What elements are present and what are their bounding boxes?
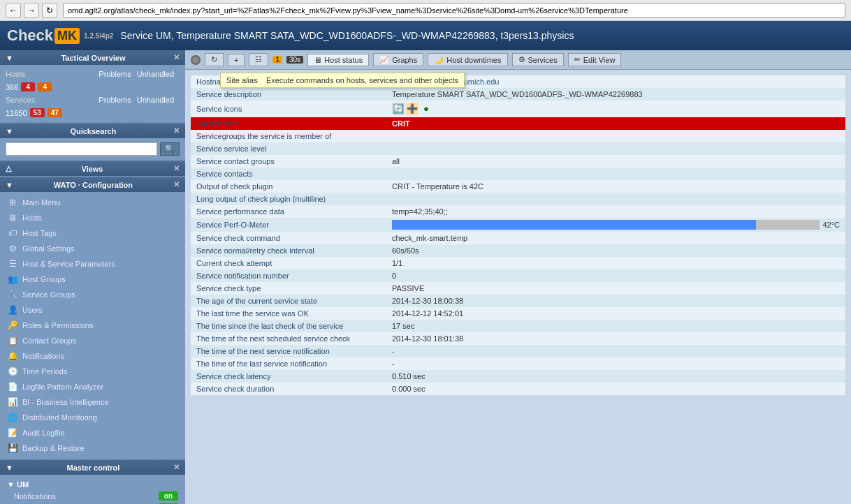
sidebar-item-service-groups[interactable]: 🔧Service Groups: [0, 287, 185, 302]
time-periods-icon: 🕒: [7, 366, 18, 377]
hosts-problems-badge[interactable]: 4: [21, 82, 35, 91]
service-icon-2[interactable]: ➕: [406, 103, 419, 115]
views-close[interactable]: ✕: [173, 164, 180, 173]
wato-collapse-icon: ▼: [6, 181, 13, 189]
audit-logfile-label: Audit Logfile: [22, 429, 65, 437]
refresh-options-button[interactable]: ↻: [205, 53, 224, 66]
sidebar-item-notifications[interactable]: 🔔Notifications: [0, 348, 185, 364]
row-value: CRIT - Temperature is 42C: [386, 180, 845, 193]
sidebar-item-roles-permissions[interactable]: 🔑Roles & Permissions: [0, 318, 185, 333]
table-row: Service descriptionTemperature SMART SAT…: [191, 88, 845, 101]
wato-close[interactable]: ✕: [173, 180, 180, 189]
tactical-services-unhandled-label: Unhandled: [137, 96, 174, 104]
sidebar-item-audit-logfile[interactable]: 📝Audit Logfile: [0, 425, 185, 440]
sidebar-item-time-periods[interactable]: 🕒Time Periods: [0, 364, 185, 379]
row-value: 2014-12-30 18:01:38: [386, 332, 845, 345]
counter-badge: 1: [272, 56, 282, 64]
tactical-hosts-counts: 366 4 4: [0, 80, 185, 94]
wato-panel: ▼ WATO · Configuration ✕ ⊞Main Menu🖥Host…: [0, 177, 185, 459]
mc-toggle-notifications[interactable]: on: [159, 491, 178, 501]
host-downtimes-button[interactable]: 🌙 Host downtimes: [428, 53, 507, 66]
host-groups-label: Host Groups: [22, 275, 66, 283]
mc-group-um: ▼ UM: [0, 477, 185, 490]
row-value: 1/1: [386, 257, 845, 269]
wato-body: ⊞Main Menu🖥Hosts🏷Host Tags⚙Global Settin…: [0, 192, 185, 459]
add-button[interactable]: +: [228, 54, 245, 66]
tactical-services-row: Services Problems Unhandled: [0, 94, 185, 106]
row-value: temp=42;35;40;;: [386, 205, 845, 218]
sidebar-item-host-tags[interactable]: 🏷Host Tags: [0, 225, 185, 241]
logo-mk-text: MK: [54, 28, 80, 44]
services-count: 11650: [6, 109, 27, 117]
search-input[interactable]: [6, 142, 157, 156]
master-control-header[interactable]: ▼ Master control ✕: [0, 460, 185, 475]
sidebar-item-host-service-params[interactable]: ☰Host & Service Parameters: [0, 256, 185, 272]
sidebar-item-logfile-pattern[interactable]: 📄Logfile Pattern Analyzer: [0, 379, 185, 394]
notifications-icon: 🔔: [7, 350, 18, 362]
page-title: Service UM, Temperature SMART SATA_WDC_W…: [120, 30, 844, 41]
host-status-label: Host status: [324, 56, 363, 64]
filter-button[interactable]: ☷: [249, 53, 268, 66]
sidebar-item-distributed-monitoring[interactable]: 🌐Distributed Monitoring: [0, 410, 185, 425]
sidebar-item-contact-groups[interactable]: 📋Contact Groups: [0, 333, 185, 348]
edit-view-button[interactable]: ✏ Edit View: [568, 53, 622, 66]
sidebar-item-backup-restore[interactable]: 💾Backup & Restore: [0, 440, 185, 456]
row-value: 🔄➕●: [386, 101, 845, 117]
url-bar[interactable]: [63, 3, 845, 18]
master-control-title: Master control: [67, 464, 120, 472]
refresh-button[interactable]: ↻: [42, 3, 57, 18]
quicksearch-header[interactable]: ▼ Quicksearch ✕: [0, 124, 185, 138]
tactical-overview-close[interactable]: ✕: [173, 53, 180, 62]
timer-badge: 30s: [286, 56, 303, 64]
host-tags-icon: 🏷: [7, 228, 18, 239]
row-value: 2014-12-12 14:52:01: [386, 307, 845, 320]
nav-buttons: ← → ↻: [6, 3, 57, 18]
wato-header[interactable]: ▼ WATO · Configuration ✕: [0, 177, 185, 192]
bi-business-icon: 📊: [7, 396, 18, 408]
sidebar-item-bi-business[interactable]: 📊BI - Business Intelligence: [0, 394, 185, 410]
row-label: Service icons: [191, 101, 386, 117]
services-problems-badge[interactable]: 53: [30, 108, 45, 117]
row-value: -: [386, 357, 845, 370]
back-button[interactable]: ←: [6, 3, 21, 18]
service-icon-1[interactable]: 🔄: [392, 103, 405, 115]
search-button[interactable]: 🔍: [160, 142, 180, 156]
quicksearch-close[interactable]: ✕: [173, 126, 180, 135]
sidebar-item-host-groups[interactable]: 👥Host Groups: [0, 272, 185, 287]
table-row: Service check commandcheck_mk-smart.temp: [191, 232, 845, 244]
row-value: 60s/60s: [386, 244, 845, 257]
master-control-close[interactable]: ✕: [173, 463, 180, 472]
tactical-services-problems-label: Problems: [99, 96, 131, 104]
host-downtimes-label: Host downtimes: [446, 56, 501, 64]
row-value: 17 sec: [386, 320, 845, 332]
views-header[interactable]: △ Views ✕: [0, 161, 185, 176]
row-value: 2014-12-30 18:00:38: [386, 295, 845, 307]
table-row: Service normal/retry check interval60s/6…: [191, 244, 845, 257]
tactical-overview-body: Hosts Problems Unhandled 366 4 4 Service…: [0, 65, 185, 122]
quicksearch-body: 🔍: [0, 138, 185, 160]
host-service-params-label: Host & Service Parameters: [22, 260, 115, 268]
site-alias-label: Site alias: [226, 76, 258, 84]
tactical-overview-header[interactable]: ▼ Tactical Overview ✕: [0, 50, 185, 65]
host-status-button[interactable]: 🖥 Host status: [307, 54, 369, 66]
chart-icon: 📈: [379, 55, 389, 64]
quicksearch-title: Quicksearch: [70, 127, 116, 135]
table-row: The time of the next service notificatio…: [191, 345, 845, 357]
graphs-button[interactable]: 📈 Graphs: [373, 53, 423, 66]
sidebar-item-main-menu[interactable]: ⊞Main Menu: [0, 195, 185, 210]
tactical-hosts-problems-label: Problems: [99, 70, 131, 78]
row-label: The time since the last check of the ser…: [191, 320, 386, 332]
sidebar-item-users[interactable]: 👤Users: [0, 302, 185, 318]
row-label: Service description: [191, 88, 386, 101]
hosts-unhandled-badge[interactable]: 4: [38, 82, 52, 91]
logo: Check MK 1.2.5i4p2: [7, 27, 113, 45]
services-button[interactable]: ⚙ Services: [512, 53, 564, 66]
sidebar-item-global-settings[interactable]: ⚙Global Settings: [0, 241, 185, 256]
users-icon: 👤: [7, 304, 18, 316]
table-row: The time of the next scheduled service c…: [191, 332, 845, 345]
forward-button[interactable]: →: [24, 3, 39, 18]
sidebar-item-hosts[interactable]: 🖥Hosts: [0, 210, 185, 225]
services-unhandled-badge[interactable]: 47: [48, 108, 62, 117]
service-icon-3[interactable]: ●: [420, 103, 432, 115]
time-periods-label: Time Periods: [22, 367, 67, 376]
